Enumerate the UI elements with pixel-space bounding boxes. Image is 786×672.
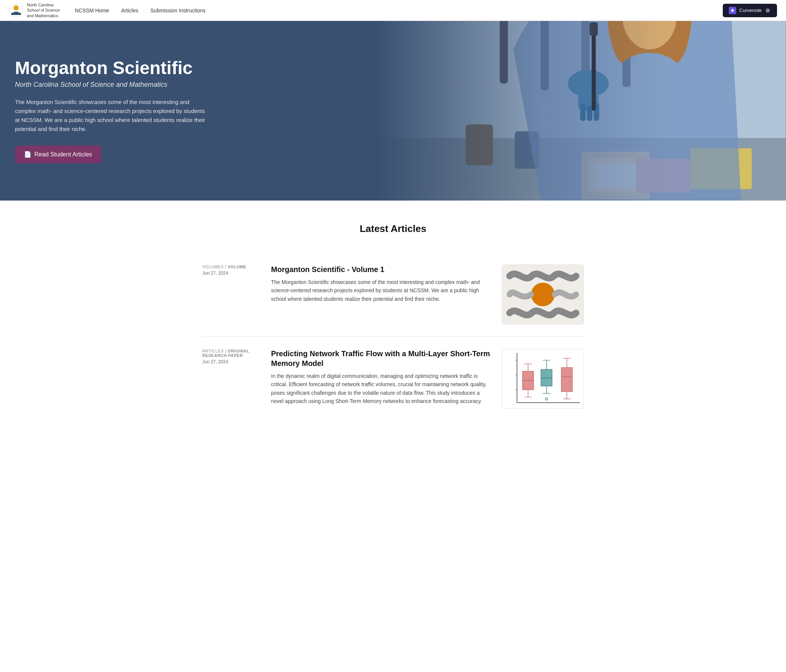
hero-section: Morganton Scientific North Carolina Scho… <box>0 21 786 201</box>
settings-icon[interactable]: ⚙ <box>765 7 771 14</box>
main-content: Latest Articles Volumes | Volume Jun 27,… <box>187 201 599 443</box>
article-excerpt: In the dynamic realm of digital communic… <box>271 372 493 406</box>
article-card: Articles | Original Research Paper Jun 2… <box>203 337 584 420</box>
article-title[interactable]: Morganton Scientific - Volume 1 <box>271 264 493 274</box>
svg-rect-2 <box>11 13 21 15</box>
document-icon: 📄 <box>24 151 31 158</box>
article-meta: Articles | Original Research Paper Jun 2… <box>203 349 262 364</box>
article-date: Jun 27, 2024 <box>203 271 262 276</box>
svg-point-29 <box>531 282 555 306</box>
article-excerpt: The Morganton Scientific showcases some … <box>271 278 493 303</box>
svg-point-1 <box>14 5 19 11</box>
nav-articles[interactable]: Articles <box>121 8 138 13</box>
curvenote-button[interactable]: Curvenote ⚙ <box>723 4 777 17</box>
hero-subtitle: North Carolina School of Science and Mat… <box>15 81 209 89</box>
read-articles-button[interactable]: 📄 Read Student Articles <box>15 146 101 163</box>
article-thumbnail <box>501 264 584 324</box>
article-card: Volumes | Volume Jun 27, 2024 Morganton … <box>203 253 584 337</box>
article-category: Articles | Original Research Paper <box>203 349 262 358</box>
hero-description: The Morganton Scientific showcases some … <box>15 98 209 134</box>
school-logo-icon <box>9 3 23 17</box>
navbar-nav: NCSSM Home Articles Submission Instructi… <box>75 8 723 13</box>
article-thumbnail <box>501 349 584 409</box>
curvenote-label: Curvenote <box>739 8 762 13</box>
article-category: Volumes | Volume <box>203 264 262 269</box>
navbar-logo[interactable]: North Carolina School of Science and Mat… <box>9 2 60 18</box>
article-date: Jun 27, 2024 <box>203 359 262 364</box>
hero-image <box>377 21 786 201</box>
nav-ncssm-home[interactable]: NCSSM Home <box>75 8 109 13</box>
article-title[interactable]: Predicting Network Traffic Flow with a M… <box>271 349 493 368</box>
svg-rect-46 <box>561 367 572 391</box>
hero-content: Morganton Scientific North Carolina Scho… <box>0 21 225 201</box>
article-meta: Volumes | Volume Jun 27, 2024 <box>203 264 262 276</box>
hero-title: Morganton Scientific <box>15 58 209 78</box>
school-name-text: North Carolina School of Science and Mat… <box>27 2 60 18</box>
article-body: Predicting Network Traffic Flow with a M… <box>271 349 493 406</box>
nav-submission-instructions[interactable]: Submission Instructions <box>150 8 206 13</box>
navbar: North Carolina School of Science and Mat… <box>0 0 786 21</box>
article-body: Morganton Scientific - Volume 1 The Morg… <box>271 264 493 303</box>
hero-cta-label: Read Student Articles <box>35 151 92 158</box>
curvenote-logo-icon <box>729 7 736 14</box>
hero-overlay <box>377 21 786 201</box>
latest-articles-heading: Latest Articles <box>203 223 584 234</box>
